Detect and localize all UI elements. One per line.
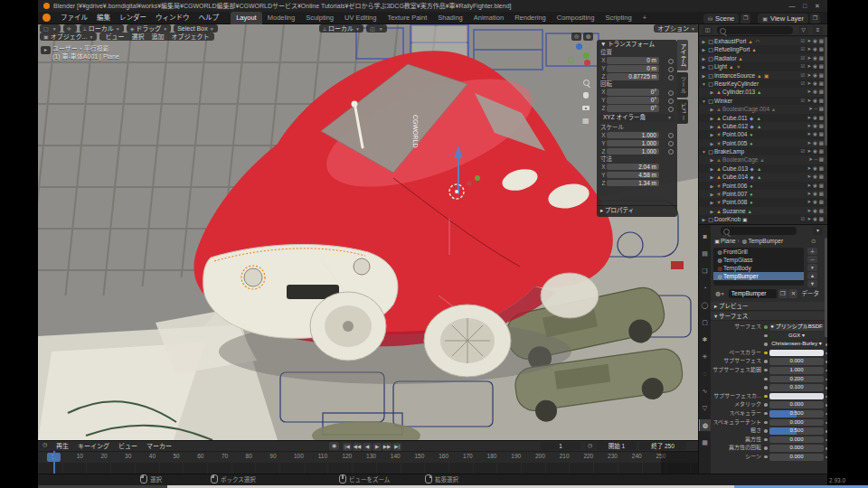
- properties-filter-dropdown[interactable]: ▾: [813, 227, 823, 235]
- properties-tab-modifiers[interactable]: ✱: [699, 333, 711, 345]
- property-field[interactable]: 0.000: [769, 358, 824, 365]
- ortho-grid-icon[interactable]: ▦: [582, 117, 590, 125]
- outliner-row[interactable]: ▶▢Radiator▲☑➤◉▦: [699, 54, 827, 62]
- transform-value-field[interactable]: 1.000: [607, 148, 659, 155]
- transform-value-field[interactable]: 0.87725 m: [607, 73, 659, 80]
- node-socket-icon[interactable]: [764, 412, 768, 416]
- gizmos-toggle-button[interactable]: ◎: [571, 33, 581, 41]
- playhead[interactable]: [53, 451, 55, 474]
- properties-tab-texture[interactable]: ▦: [699, 436, 711, 448]
- move-slot-down-button[interactable]: ▼: [807, 280, 817, 287]
- menu-item[interactable]: ファイル: [56, 12, 92, 24]
- outliner-row[interactable]: ▶▢DoorKnob▣☑➤◉▦: [699, 215, 827, 223]
- workspace-tab-compositing[interactable]: Compositing: [552, 12, 600, 24]
- keyframe-dot-icon[interactable]: [826, 379, 828, 381]
- keyframe-dot-icon[interactable]: [826, 439, 828, 442]
- transform-value-field[interactable]: 0 m: [607, 57, 659, 64]
- selectable-icon[interactable]: ➤: [807, 38, 813, 43]
- transform-value-field[interactable]: 1.000: [607, 140, 659, 147]
- outliner-row[interactable]: ▶▲BooleanCage.004▲➤–▦: [699, 105, 827, 113]
- remove-slot-button[interactable]: －: [807, 256, 817, 263]
- outliner-row[interactable]: ▶▢RefuelingPort▲☑➤◉▦: [699, 45, 827, 53]
- outliner-row[interactable]: ▶▲BooleanCage▲➤–▦: [699, 155, 827, 164]
- property-field[interactable]: 0.000: [769, 419, 824, 427]
- property-field[interactable]: 0.000: [769, 401, 824, 408]
- options-dropdown[interactable]: オプション▼: [654, 24, 698, 33]
- view-layer-selector[interactable]: ▣View Layer: [758, 14, 808, 23]
- camera-icon[interactable]: ▦: [819, 165, 826, 171]
- move-tool-button[interactable]: ✛: [63, 24, 77, 33]
- minimize-button[interactable]: —: [786, 0, 798, 12]
- orientation-dropdown[interactable]: ⟂ローカル▼: [80, 24, 124, 33]
- outliner-row[interactable]: ▼▢RearKeyCylinder☑➤◉▦: [699, 80, 827, 88]
- menu-item[interactable]: ヘルプ: [194, 12, 224, 24]
- transform-value-field[interactable]: 0°: [607, 89, 659, 96]
- transform-value-field[interactable]: 2.04 m: [607, 164, 659, 171]
- outliner-row[interactable]: ▶▲Suzanne▲➤◉▦: [699, 207, 827, 215]
- node-socket-icon[interactable]: [764, 455, 768, 459]
- sidebar-tab-アイテム[interactable]: アイテム: [677, 40, 688, 70]
- selectable-icon[interactable]: ➤: [807, 174, 813, 179]
- jump-to-start-button[interactable]: |◀: [343, 443, 352, 451]
- property-field[interactable]: 0.500: [769, 427, 824, 435]
- pan-hand-icon[interactable]: [582, 91, 590, 99]
- keyframe-dot-icon[interactable]: [826, 370, 828, 372]
- eye-icon[interactable]: ◉: [813, 89, 819, 94]
- selectable-icon[interactable]: ➤: [807, 80, 813, 86]
- selectable-icon[interactable]: ➤: [807, 199, 813, 204]
- slot-specials-button[interactable]: ▾: [807, 264, 817, 271]
- transform-panel-header[interactable]: ▼ トランスフォーム: [597, 40, 677, 49]
- viewport-menu-item[interactable]: ビュー: [101, 33, 127, 40]
- selectable-icon[interactable]: ➤: [807, 98, 813, 103]
- axis-y-handle[interactable]: [583, 52, 590, 59]
- property-field[interactable]: 0.000: [769, 436, 824, 444]
- property-field[interactable]: [769, 393, 824, 400]
- timeline-menu-item[interactable]: 再生: [52, 441, 73, 451]
- play-reverse-button[interactable]: ◀: [363, 443, 372, 451]
- breadcrumb-object[interactable]: Plane: [721, 238, 736, 244]
- toolbar-expand-button[interactable]: ▸: [41, 46, 51, 54]
- keyframe-dot-icon[interactable]: [826, 422, 828, 425]
- selectable-icon[interactable]: ➤: [807, 55, 813, 61]
- eye-icon[interactable]: ◉: [813, 165, 819, 171]
- add-workspace-button[interactable]: +: [639, 12, 650, 24]
- lock-icon[interactable]: [668, 67, 674, 72]
- node-socket-icon[interactable]: [764, 360, 768, 363]
- camera-icon[interactable]: ▦: [819, 191, 826, 196]
- prev-keyframe-button[interactable]: ◀◀: [353, 443, 362, 451]
- selectable-icon[interactable]: ➤: [807, 123, 813, 128]
- outliner-row[interactable]: ▶▲Cube.011◆▲➤◉▦: [699, 114, 827, 122]
- eye-icon[interactable]: ◉: [813, 115, 819, 120]
- outliner-row[interactable]: ▼▢Winker☑➤◉▦: [699, 97, 827, 105]
- lock-icon[interactable]: [668, 107, 674, 112]
- keyframe-dot-icon[interactable]: [826, 396, 828, 399]
- eye-icon[interactable]: ◉: [813, 174, 819, 179]
- close-button[interactable]: ✕: [811, 0, 824, 12]
- outliner-row[interactable]: ▶▲Cube.012◆▲➤◉▦: [699, 122, 827, 130]
- lock-icon[interactable]: [668, 141, 674, 146]
- camera-icon[interactable]: ▦: [819, 174, 826, 179]
- node-socket-icon[interactable]: [764, 325, 768, 329]
- outliner-row[interactable]: ▶▲Cylinder.013▲➤◉▦: [699, 88, 827, 96]
- move-slot-up-button[interactable]: ▲: [807, 272, 817, 279]
- lock-icon[interactable]: [668, 149, 674, 155]
- scene-selector[interactable]: ⛁Scene: [703, 14, 739, 23]
- eye-icon[interactable]: ◉: [813, 148, 819, 154]
- eye-icon[interactable]: ◉: [813, 131, 819, 136]
- frame-end-field[interactable]: 終了 250: [639, 442, 686, 450]
- node-socket-icon[interactable]: [764, 403, 768, 407]
- outliner-row[interactable]: ▶☀Point.005●➤◉▦: [699, 139, 827, 147]
- selectable-icon[interactable]: ➤: [807, 148, 813, 154]
- properties-tab-particles[interactable]: ✳: [699, 351, 711, 362]
- property-field[interactable]: 0.000: [769, 445, 824, 452]
- material-browse-dropdown[interactable]: ◍▼: [713, 289, 727, 298]
- properties-search-input[interactable]: [721, 227, 797, 235]
- use-preview-range-icon[interactable]: ◷: [585, 442, 595, 450]
- keyframe-dot-icon[interactable]: [826, 387, 828, 389]
- pivot-dropdown[interactable]: ◫▼: [366, 24, 387, 33]
- outliner-row[interactable]: ▼▢BrakeLamp☑➤◉▦: [699, 147, 827, 155]
- outliner-scrollbar[interactable]: [825, 37, 827, 145]
- properties-tab-constraints[interactable]: ∿: [699, 385, 711, 397]
- viewport-menu-item[interactable]: 選択: [127, 33, 147, 40]
- eye-icon[interactable]: ◉: [813, 38, 819, 43]
